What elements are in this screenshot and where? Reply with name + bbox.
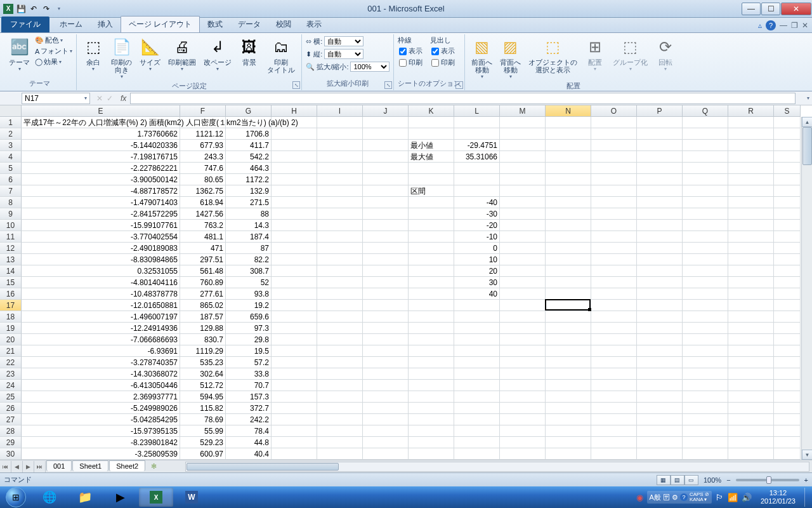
cell-bg[interactable]: [363, 391, 409, 403]
tab-formulas[interactable]: 数式: [200, 17, 230, 32]
cell-L11[interactable]: -10: [454, 231, 500, 243]
cell-bg[interactable]: [546, 128, 591, 140]
align-button[interactable]: ⊞配置▾: [582, 36, 608, 73]
cell-bg[interactable]: [454, 300, 500, 311]
cell-bg[interactable]: [774, 414, 801, 425]
cell-bg[interactable]: [683, 117, 728, 128]
cell-bg[interactable]: [272, 140, 317, 151]
cell-bg[interactable]: [774, 128, 801, 140]
width-select[interactable]: 自動: [324, 36, 363, 46]
cell-bg[interactable]: [546, 197, 591, 208]
cell-bg[interactable]: [409, 243, 454, 254]
cell-bg[interactable]: [317, 448, 363, 460]
cell-bg[interactable]: [546, 300, 591, 311]
row-header-1[interactable]: 1: [0, 117, 22, 128]
sheet-last-icon[interactable]: ⏭: [34, 461, 46, 472]
cell-bg[interactable]: [774, 391, 801, 403]
cell-bg[interactable]: [728, 368, 774, 380]
cell-bg[interactable]: [272, 243, 317, 254]
cell-bg[interactable]: [728, 140, 774, 151]
cell-bg[interactable]: [454, 448, 500, 460]
cell-bg[interactable]: [546, 117, 591, 128]
row-header-20[interactable]: 20: [0, 334, 22, 345]
cell-bg[interactable]: [363, 208, 409, 220]
orientation-button[interactable]: 📄印刷の 向き▾: [108, 36, 134, 81]
cell-bg[interactable]: [774, 277, 801, 288]
cell-bg[interactable]: [591, 140, 637, 151]
row-header-23[interactable]: 23: [0, 368, 22, 380]
zoom-knob[interactable]: [766, 476, 771, 484]
row-header-30[interactable]: 30: [0, 448, 22, 460]
cell-bg[interactable]: [317, 163, 363, 174]
theme-colors-button[interactable]: 🎨配色▾: [35, 36, 72, 45]
cell-bg[interactable]: [317, 345, 363, 357]
cell-F10[interactable]: 763.2: [180, 220, 226, 231]
row-header-8[interactable]: 8: [0, 197, 22, 208]
cell-bg[interactable]: [683, 277, 728, 288]
cell-bg[interactable]: [454, 414, 500, 425]
sheet-tab-001[interactable]: 001: [46, 460, 72, 471]
qat-customize-icon[interactable]: ▾: [53, 3, 65, 15]
cell-bg[interactable]: [774, 368, 801, 380]
cell-bg[interactable]: [591, 311, 637, 323]
cell-bg[interactable]: [774, 448, 801, 460]
cell-bg[interactable]: [774, 288, 801, 300]
cell-bg[interactable]: [774, 425, 801, 437]
cell-G21[interactable]: 19.5: [226, 345, 272, 357]
row-header-11[interactable]: 11: [0, 231, 22, 243]
cell-bg[interactable]: [409, 231, 454, 243]
cell-bg[interactable]: [363, 197, 409, 208]
cell-G28[interactable]: 78.4: [226, 425, 272, 437]
cell-bg[interactable]: [409, 128, 454, 140]
cell-bg[interactable]: [317, 300, 363, 311]
cell-bg[interactable]: [317, 197, 363, 208]
cell-bg[interactable]: [546, 140, 591, 151]
cell-E3[interactable]: -5.144020336: [22, 140, 180, 151]
cell-bg[interactable]: [683, 163, 728, 174]
grid-print-check[interactable]: 印刷: [398, 57, 424, 68]
cell-bg[interactable]: [683, 448, 728, 460]
cell-L3[interactable]: -29.4751: [454, 140, 500, 151]
row-header-18[interactable]: 18: [0, 311, 22, 323]
cell-bg[interactable]: [454, 357, 500, 368]
cell-F2[interactable]: 1121.12: [180, 128, 226, 140]
cell-bg[interactable]: [637, 220, 683, 231]
cell-bg[interactable]: [591, 345, 637, 357]
cell-bg[interactable]: [363, 288, 409, 300]
row-header-24[interactable]: 24: [0, 380, 22, 391]
cell-bg[interactable]: [454, 345, 500, 357]
cell-bg[interactable]: [728, 357, 774, 368]
cell-bg[interactable]: [591, 197, 637, 208]
col-header-G[interactable]: G: [226, 105, 272, 117]
zoom-slider[interactable]: [736, 479, 799, 481]
cell-bg[interactable]: [546, 368, 591, 380]
cell-bg[interactable]: [546, 185, 591, 197]
col-header-F[interactable]: F: [180, 105, 226, 117]
cell-bg[interactable]: [683, 254, 728, 265]
cell-bg[interactable]: [272, 277, 317, 288]
cell-bg[interactable]: [591, 448, 637, 460]
cell-bg[interactable]: [272, 448, 317, 460]
cell-G25[interactable]: 157.3: [226, 391, 272, 403]
col-header-N[interactable]: N: [546, 105, 591, 117]
hscroll-thumb[interactable]: [187, 463, 339, 471]
cell-bg[interactable]: [774, 345, 801, 357]
cell-bg[interactable]: [272, 300, 317, 311]
cell-bg[interactable]: [317, 208, 363, 220]
cell-bg[interactable]: [317, 140, 363, 151]
task-excel[interactable]: X: [139, 488, 173, 507]
cell-G24[interactable]: 70.7: [226, 380, 272, 391]
cell-G11[interactable]: 187.4: [226, 231, 272, 243]
cell-bg[interactable]: [454, 128, 500, 140]
theme-fonts-button[interactable]: Aフォント▾: [35, 46, 72, 56]
zoom-select[interactable]: 100%: [350, 62, 390, 72]
cell-bg[interactable]: [546, 208, 591, 220]
cell-bg[interactable]: [546, 380, 591, 391]
cell-bg[interactable]: [774, 185, 801, 197]
cell-F9[interactable]: 1427.56: [180, 208, 226, 220]
cell-bg[interactable]: [500, 368, 546, 380]
row-header-27[interactable]: 27: [0, 414, 22, 425]
scale-zoom[interactable]: 🔍拡大/縮小:100%: [306, 61, 390, 72]
horizontal-scrollbar[interactable]: [185, 462, 809, 472]
cell-bg[interactable]: [500, 128, 546, 140]
